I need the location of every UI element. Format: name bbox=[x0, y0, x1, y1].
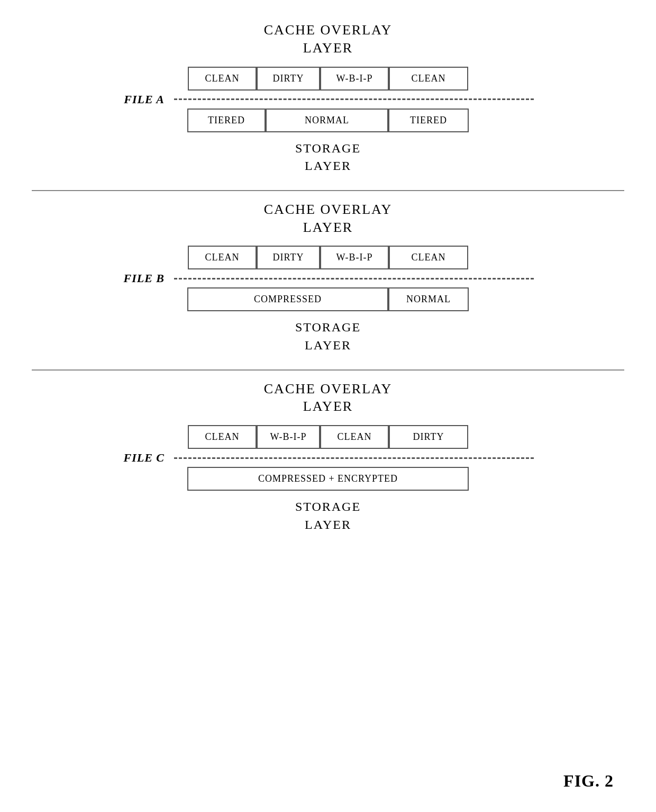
file-a-cache-blocks: CLEAN DIRTY W-B-I-P CLEAN bbox=[188, 67, 468, 91]
file-c-section: CACHE OVERLAYLAYER CLEAN W-B-I-P CLEAN D… bbox=[32, 380, 624, 539]
file-c-storage-title: STORAGELAYER bbox=[295, 498, 361, 534]
file-a-row: FILE A bbox=[32, 93, 624, 106]
file-b-storage-blocks: COMPRESSED NORMAL bbox=[187, 287, 469, 311]
file-b-row: FILE B bbox=[32, 272, 624, 285]
file-b-cache-block-clean1: CLEAN bbox=[188, 246, 257, 269]
file-c-label: FILE C bbox=[122, 451, 165, 465]
file-a-cache-block-wbip: W-B-I-P bbox=[320, 67, 389, 91]
file-b-cache-overlay-title: CACHE OVERLAYLAYER bbox=[264, 201, 392, 237]
file-b-section: CACHE OVERLAYLAYER CLEAN DIRTY W-B-I-P C… bbox=[32, 201, 624, 360]
file-a-dashed-line bbox=[174, 98, 534, 100]
file-c-storage-blocks: COMPRESSED + ENCRYPTED bbox=[187, 467, 469, 491]
file-b-storage-title: STORAGELAYER bbox=[295, 319, 361, 354]
divider-bc bbox=[32, 369, 624, 371]
divider-ab bbox=[32, 190, 624, 191]
file-a-storage-normal: NORMAL bbox=[266, 109, 388, 132]
file-b-storage-normal: NORMAL bbox=[388, 287, 469, 311]
file-b-label: FILE B bbox=[122, 272, 165, 285]
file-a-cache-overlay-title: CACHE OVERLAYLAYER bbox=[264, 21, 392, 57]
file-a-cache-block-dirty: DIRTY bbox=[257, 67, 320, 91]
file-c-cache-blocks: CLEAN W-B-I-P CLEAN DIRTY bbox=[188, 425, 468, 449]
file-b-cache-block-wbip: W-B-I-P bbox=[320, 246, 389, 269]
file-c-storage-comp-enc: COMPRESSED + ENCRYPTED bbox=[187, 467, 469, 491]
file-c-cache-overlay-title: CACHE OVERLAYLAYER bbox=[264, 380, 392, 416]
file-c-cache-block-clean1: CLEAN bbox=[188, 425, 257, 449]
file-a-storage-tiered1: TIERED bbox=[187, 109, 266, 132]
file-c-dashed-line bbox=[174, 457, 534, 459]
file-a-cache-block-clean2: CLEAN bbox=[389, 67, 468, 91]
file-b-dashed-line bbox=[174, 278, 534, 279]
file-c-row: FILE C bbox=[32, 451, 624, 465]
file-c-cache-block-clean2: CLEAN bbox=[320, 425, 389, 449]
file-b-storage-compressed: COMPRESSED bbox=[187, 287, 388, 311]
file-a-storage-tiered2: TIERED bbox=[388, 109, 469, 132]
file-a-cache-block-clean1: CLEAN bbox=[188, 67, 257, 91]
file-b-cache-block-clean2: CLEAN bbox=[389, 246, 468, 269]
file-a-label: FILE A bbox=[122, 93, 165, 106]
file-c-cache-block-dirty: DIRTY bbox=[389, 425, 468, 449]
file-a-storage-blocks: TIERED NORMAL TIERED bbox=[187, 109, 469, 132]
figure-label: FIG. 2 bbox=[563, 771, 614, 791]
file-b-cache-blocks: CLEAN DIRTY W-B-I-P CLEAN bbox=[188, 246, 468, 269]
file-a-storage-title: STORAGELAYER bbox=[295, 140, 361, 175]
file-c-cache-block-wbip: W-B-I-P bbox=[257, 425, 320, 449]
page: CACHE OVERLAYLAYER CLEAN DIRTY W-B-I-P C… bbox=[0, 0, 656, 812]
file-a-section: CACHE OVERLAYLAYER CLEAN DIRTY W-B-I-P C… bbox=[32, 21, 624, 181]
file-b-cache-block-dirty: DIRTY bbox=[257, 246, 320, 269]
